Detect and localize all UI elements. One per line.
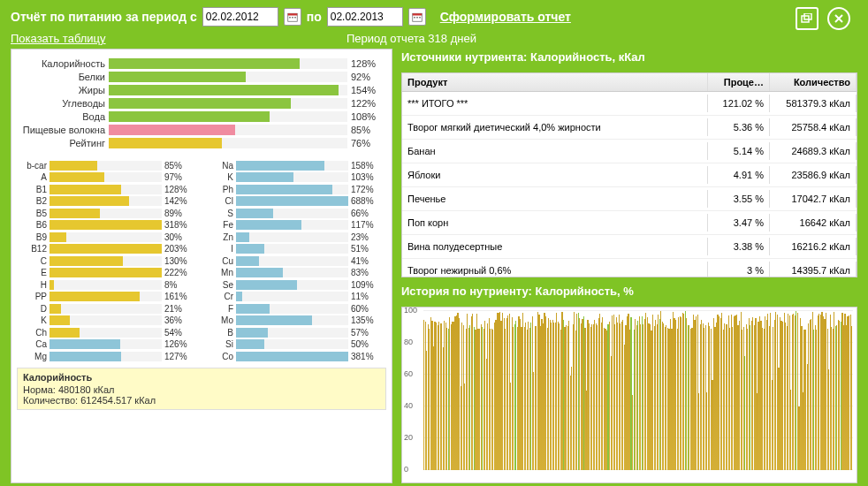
nutrient-pct: 36% — [162, 315, 200, 325]
nutrient-row[interactable]: B1 128% — [17, 184, 200, 195]
nutrient-label: B — [203, 328, 236, 338]
nutrient-label: Si — [203, 339, 236, 349]
nutrient-row[interactable]: Cr 11% — [203, 291, 386, 302]
cell-pct: 5.14 % — [708, 142, 770, 160]
macro-row[interactable]: Рейтинг 76% — [17, 137, 386, 149]
macro-pct: 128% — [347, 58, 386, 69]
svg-rect-6 — [412, 13, 422, 15]
table-row[interactable]: Творог мягкий диетический 4,0% жирности … — [402, 116, 857, 140]
nutrient-label: Ca — [17, 339, 49, 349]
nutrient-label: B9 — [17, 232, 49, 242]
nutrient-row[interactable]: Co 381% — [203, 351, 386, 362]
nutrient-label: C — [17, 256, 49, 266]
title-prefix: Отчёт по питанию за период с — [11, 10, 197, 24]
nutrient-row[interactable]: K 36% — [17, 315, 200, 326]
svg-rect-4 — [294, 17, 296, 19]
nutrient-row[interactable]: Cl 688% — [203, 195, 386, 207]
nutrient-pct: 21% — [162, 304, 200, 314]
nutrient-row[interactable]: Zn 23% — [203, 232, 386, 243]
nutrient-pct: 85% — [162, 161, 200, 171]
nutrient-row[interactable]: B6 318% — [17, 219, 200, 231]
table-row[interactable]: Яблоки 4.91 % 23586.9 кКал — [402, 163, 857, 187]
cell-product: Вина полудесертные — [402, 238, 708, 255]
nutrient-label: B6 — [17, 220, 49, 230]
show-table-link[interactable]: Показать таблицу — [11, 32, 106, 45]
nutrient-row[interactable]: E 222% — [17, 267, 200, 278]
col-qty[interactable]: Количество — [770, 73, 857, 91]
nutrient-row[interactable]: F 60% — [203, 303, 386, 315]
generate-report-link[interactable]: Сформировать отчет — [440, 10, 571, 24]
nutrient-row[interactable]: H 8% — [17, 279, 200, 291]
nutrient-row[interactable]: Ph 172% — [203, 184, 386, 195]
col-percent[interactable]: Проце… — [708, 73, 770, 91]
nutrient-row[interactable]: B9 30% — [17, 232, 200, 243]
nutrient-row[interactable]: I 51% — [203, 243, 386, 254]
nutrient-row[interactable]: Se 109% — [203, 279, 386, 291]
nutrient-row[interactable]: Fe 117% — [203, 219, 386, 231]
table-row[interactable]: Печенье 3.55 % 17042.7 кКал — [402, 187, 857, 211]
table-row[interactable]: Творог нежирный 0,6% 3 % 14395.7 кКал — [402, 259, 857, 277]
macro-row[interactable]: Белки 92% — [17, 71, 386, 83]
nutrient-row[interactable]: B5 89% — [17, 208, 200, 219]
nutrient-pct: 83% — [348, 268, 386, 277]
macro-row[interactable]: Вода 108% — [17, 110, 386, 123]
svg-rect-7 — [414, 17, 415, 19]
macro-pct: 122% — [347, 98, 386, 109]
macro-row[interactable]: Пищевые волокна 85% — [17, 124, 386, 136]
nutrient-row[interactable]: Ch 54% — [17, 327, 200, 338]
cell-product: Печенье — [402, 190, 708, 208]
period-text: Период отчета 318 дней — [346, 32, 476, 45]
svg-rect-8 — [416, 17, 418, 19]
nutrient-label: K — [203, 172, 236, 182]
info-norm: Норма: 480180 кКал — [23, 384, 380, 395]
y-tick: 20 — [404, 433, 413, 442]
nutrient-row[interactable]: B12 203% — [17, 243, 200, 254]
nutrient-row[interactable]: B2 142% — [17, 195, 200, 207]
table-row[interactable]: Вина полудесертные 3.38 % 16216.2 кКал — [402, 235, 857, 259]
sources-table: Продукт Проце… Количество *** ИТОГО *** … — [401, 72, 857, 277]
date-from-input[interactable] — [202, 7, 278, 27]
nutrient-row[interactable]: A 97% — [17, 171, 200, 183]
macro-label: Углеводы — [17, 98, 109, 109]
nutrient-row[interactable]: C 130% — [17, 255, 200, 267]
nutrient-pct: 688% — [348, 196, 386, 206]
table-row[interactable]: Поп корн 3.47 % 16642 кКал — [402, 211, 857, 235]
nutrient-row[interactable]: Mn 83% — [203, 267, 386, 278]
nutrient-row[interactable]: Mo 135% — [203, 315, 386, 326]
nutrient-pct: 103% — [348, 172, 386, 182]
nutrient-row[interactable]: PP 161% — [17, 291, 200, 302]
col-product[interactable]: Продукт — [402, 73, 708, 91]
nutrient-row[interactable]: Si 50% — [203, 338, 386, 350]
macro-pct: 76% — [347, 138, 386, 148]
table-row[interactable]: Банан 5.14 % 24689.3 кКал — [402, 140, 857, 163]
nutrient-label: A — [17, 172, 49, 182]
macro-label: Пищевые волокна — [17, 125, 109, 135]
sources-title: Источники нутриента: Калорийность, кКал — [401, 50, 857, 64]
svg-rect-2 — [289, 17, 291, 19]
nutrient-row[interactable]: D 21% — [17, 303, 200, 315]
nutrient-pct: 30% — [162, 232, 200, 242]
nutrient-row[interactable]: Mg 127% — [17, 351, 200, 362]
macro-row[interactable]: Калорийность 128% — [17, 57, 386, 70]
nutrient-row[interactable]: Cu 41% — [203, 255, 386, 267]
date-to-input[interactable] — [327, 7, 403, 27]
calendar-to-icon[interactable] — [408, 8, 426, 26]
nutrient-row[interactable]: K 103% — [203, 171, 386, 183]
nutrient-row[interactable]: B 57% — [203, 327, 386, 338]
maximize-icon[interactable] — [796, 7, 819, 30]
calendar-from-icon[interactable] — [284, 8, 301, 26]
nutrient-row[interactable]: b-car 85% — [17, 160, 200, 171]
close-icon[interactable] — [827, 7, 850, 30]
nutrient-row[interactable]: Ca 126% — [17, 338, 200, 350]
macro-row[interactable]: Углеводы 122% — [17, 97, 386, 110]
macro-label: Рейтинг — [17, 138, 109, 148]
nutrient-label: B12 — [17, 244, 49, 254]
nutrient-row[interactable]: Na 158% — [203, 160, 386, 171]
nutrient-row[interactable]: S 66% — [203, 208, 386, 219]
cell-pct: 3.38 % — [708, 238, 770, 255]
macro-row[interactable]: Жиры 154% — [17, 84, 386, 96]
table-row[interactable]: *** ИТОГО *** 121.02 % 581379.3 кКал — [402, 92, 857, 116]
cell-qty: 14395.7 кКал — [770, 262, 857, 277]
nutrient-label: PP — [17, 292, 49, 301]
macro-label: Белки — [17, 72, 109, 82]
